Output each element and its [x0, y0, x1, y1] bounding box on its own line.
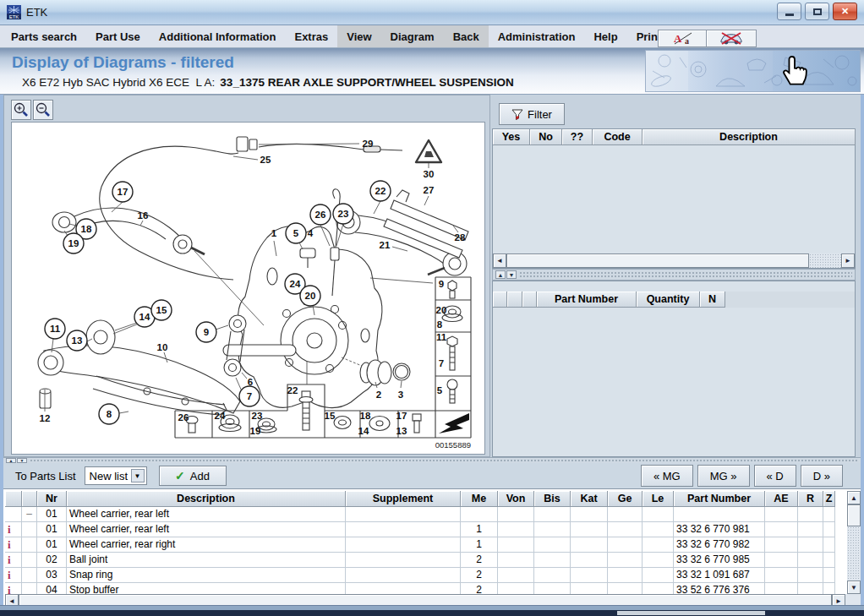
parts-list-select[interactable]: New list ▼	[85, 466, 147, 485]
callout-13[interactable]: 13	[67, 330, 87, 351]
callout-17[interactable]: 17	[112, 182, 133, 202]
svg-text:a: a	[685, 36, 689, 46]
nav-button-d[interactable]: D »	[801, 465, 843, 487]
table-row[interactable]: i03Snap ring233 32 1 091 687	[5, 568, 837, 583]
label-25: 25	[260, 155, 271, 165]
title-bar[interactable]: ETK ETK ✕	[0, 0, 864, 25]
menu-item-administration[interactable]: Administration	[489, 25, 585, 47]
selection-table: Part NumberQuantityN	[492, 281, 856, 457]
splitter-up-button[interactable]: ▲	[495, 270, 506, 279]
diagram-panel: 1718192226235242014151113978292530272821…	[3, 95, 490, 457]
add-button[interactable]: ✓ Add	[159, 466, 227, 486]
label-19: 19	[250, 426, 261, 436]
callout-9[interactable]: 9	[196, 322, 216, 342]
cell-icon: i	[5, 537, 22, 553]
menu-item-view[interactable]: View	[337, 25, 380, 47]
cell-part_number: 33 32 6 770 981	[674, 522, 765, 537]
bottom-splitter[interactable]: ▲ ▼	[3, 457, 861, 463]
nav-button-mg[interactable]: « MG	[641, 465, 693, 487]
label-28: 28	[455, 232, 466, 243]
cell-kat	[571, 583, 608, 594]
filter-table-body[interactable]	[493, 145, 855, 252]
parts-table-header: NrDescriptionSupplementMeVonBisKatGeLePa…	[5, 491, 835, 507]
parts-col-part-number: Part Number	[674, 491, 765, 507]
menu-item-additional-information[interactable]: Additional Information	[150, 25, 286, 47]
cell-supplement	[346, 553, 461, 568]
callout-20[interactable]: 20	[300, 286, 320, 306]
table-row[interactable]: i04Stop buffer233 52 6 776 376	[5, 583, 837, 594]
info-icon[interactable]: i	[8, 569, 11, 581]
callout-8[interactable]: 8	[99, 404, 119, 424]
close-button[interactable]: ✕	[833, 3, 857, 20]
chevron-down-icon[interactable]: ▼	[131, 469, 145, 482]
svg-text:ETK: ETK	[9, 14, 19, 19]
callout-26[interactable]: 26	[310, 204, 331, 225]
label-3: 3	[398, 390, 403, 400]
cell-nr: 03	[37, 568, 67, 583]
info-icon[interactable]: i	[8, 523, 11, 536]
table-row[interactable]: i02Ball joint233 32 6 770 985	[5, 553, 837, 568]
parts-list-toolbar: To Parts List New list ▼ ✓ Add « MGMG »«…	[3, 463, 861, 488]
parts-col-bis: Bis	[534, 491, 571, 507]
cell-r	[798, 568, 823, 583]
hide-vehicle-button[interactable]	[706, 30, 757, 47]
vehicle-label: X6 E72 Hyb SAC Hybrid X6 ECE L A:	[22, 76, 215, 89]
menu-item-extras[interactable]: Extras	[285, 25, 337, 47]
scroll-right-arrow[interactable]: ►	[841, 253, 855, 268]
zoom-out-button[interactable]	[33, 100, 53, 120]
cell-icon	[5, 507, 22, 522]
diagram-image[interactable]: 1718192226235242014151113978292530272821…	[11, 122, 485, 455]
splitter-down-button[interactable]: ▼	[506, 270, 517, 279]
table-row[interactable]: i01Wheel carrier, rear right133 32 6 770…	[5, 537, 837, 553]
nav-button-d[interactable]: « D	[754, 465, 796, 487]
callout-19[interactable]: 19	[63, 233, 84, 253]
callout-15[interactable]: 15	[151, 300, 172, 320]
callout-23[interactable]: 23	[333, 204, 353, 224]
info-icon[interactable]: i	[8, 553, 11, 566]
scroll-up-arrow[interactable]: ▲	[847, 491, 861, 504]
splitter-grip[interactable]	[519, 271, 852, 278]
panel-splitter[interactable]: ▲ ▼	[492, 269, 856, 281]
cell-nr: 01	[37, 507, 67, 522]
cell-expand	[22, 553, 37, 568]
cell-kat	[571, 537, 608, 553]
window-title: ETK	[26, 6, 47, 19]
svg-text:7: 7	[247, 391, 252, 401]
label-27: 27	[424, 185, 435, 195]
scroll-down-arrow[interactable]: ▼	[847, 581, 861, 594]
menu-item-parts-search[interactable]: Parts search	[2, 25, 86, 47]
nav-button-mg[interactable]: MG »	[697, 465, 750, 487]
svg-text:8: 8	[107, 409, 112, 419]
menu-item-back[interactable]: Back	[444, 25, 489, 47]
scroll-left-arrow[interactable]: ◄	[493, 253, 506, 268]
cell-r	[798, 537, 823, 553]
table-row[interactable]: i01Wheel carrier, rear left133 32 6 770 …	[5, 522, 837, 537]
font-size-toggle-button[interactable]: A a	[658, 30, 708, 47]
filter-button[interactable]: Filter	[499, 103, 565, 125]
page-title: Display of Diagrams - filtered	[12, 53, 234, 72]
table-row[interactable]: –01Wheel carrier, rear left	[5, 507, 837, 522]
menu-item-help[interactable]: Help	[584, 25, 626, 47]
callout-11[interactable]: 11	[45, 319, 65, 339]
cell-part_number	[674, 507, 765, 522]
zoom-in-button[interactable]	[11, 100, 31, 120]
callout-7[interactable]: 7	[239, 386, 260, 406]
scroll-track[interactable]	[809, 253, 841, 268]
cell-ge	[608, 522, 643, 537]
callout-5[interactable]: 5	[286, 223, 306, 243]
menu-item-diagram[interactable]: Diagram	[381, 25, 444, 47]
minimize-button[interactable]	[777, 3, 801, 20]
info-icon[interactable]: i	[8, 584, 11, 594]
bottom-splitter-grip[interactable]	[30, 459, 858, 463]
selection-table-body[interactable]	[493, 308, 855, 455]
vehicle-context: X6 E72 Hyb SAC Hybrid X6 ECE L A:33_1375…	[22, 76, 514, 89]
callout-22[interactable]: 22	[370, 181, 391, 201]
scroll-thumb[interactable]	[847, 504, 861, 526]
scroll-thumb[interactable]	[506, 253, 809, 268]
info-icon[interactable]: i	[8, 538, 11, 551]
menu-item-part-use[interactable]: Part Use	[86, 25, 150, 47]
maximize-icon	[813, 8, 822, 15]
scroll-track[interactable]	[847, 526, 861, 581]
parts-col-le: Le	[643, 491, 674, 507]
maximize-button[interactable]	[805, 3, 829, 20]
